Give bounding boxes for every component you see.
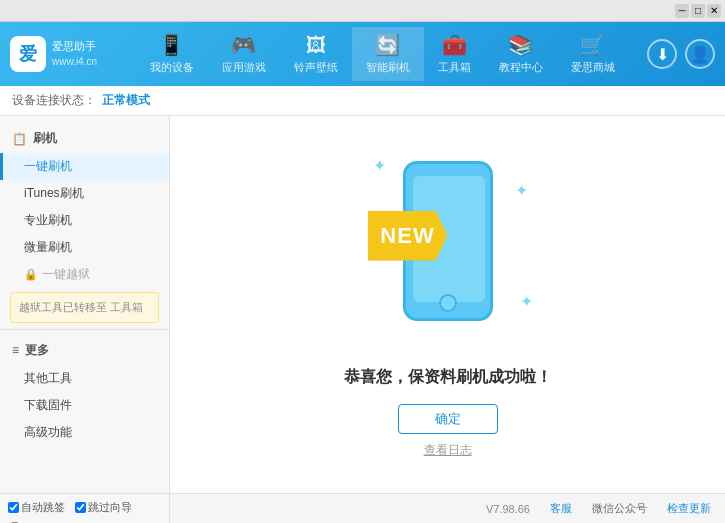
bottom-bar: 自动跳签 跳过向导 V7.98.66 客服 微信公众号 检查更新 <box>0 493 725 523</box>
new-badge: NEW <box>368 211 448 261</box>
nav-toolbox[interactable]: 🧰 工具箱 <box>424 27 485 81</box>
sidebar-item-jailbreak: 🔒 一键越狱 <box>0 261 169 288</box>
sparkle-1: ✦ <box>373 156 386 175</box>
customer-service-link[interactable]: 客服 <box>550 501 572 516</box>
main-layout: 📋 刷机 一键刷机 iTunes刷机 专业刷机 微量刷机 🔒 一键越狱 越狱工具… <box>0 116 725 493</box>
status-bar: 设备连接状态： 正常模式 <box>0 86 725 116</box>
sparkle-2: ✦ <box>515 181 528 200</box>
sidebar: 📋 刷机 一键刷机 iTunes刷机 专业刷机 微量刷机 🔒 一键越狱 越狱工具… <box>0 116 170 493</box>
sparkle-3: ✦ <box>520 292 533 311</box>
sidebar-item-pro-flash[interactable]: 专业刷机 <box>0 207 169 234</box>
nav-smart-flash[interactable]: 🔄 智能刷机 <box>352 27 424 81</box>
content-area: ✦ ✦ ✦ NEW 恭喜您，保资料刷机成功啦！ 确定 查看日志 <box>170 116 725 493</box>
checkbox-skip-wizard[interactable]: 跳过向导 <box>75 500 132 515</box>
minimize-button[interactable]: ─ <box>675 4 689 18</box>
sidebar-item-one-click-flash[interactable]: 一键刷机 <box>0 153 169 180</box>
header: 爱 爱思助手 www.i4.cn 📱 我的设备 🎮 应用游戏 🖼 铃声壁纸 🔄 … <box>0 22 725 86</box>
sidebar-item-itunes-flash[interactable]: iTunes刷机 <box>0 180 169 207</box>
sidebar-group-more: ≡ 更多 <box>0 336 169 365</box>
nav-tutorials[interactable]: 📚 教程中心 <box>485 27 557 81</box>
logo-area: 爱 爱思助手 www.i4.cn <box>10 36 97 72</box>
success-illustration: ✦ ✦ ✦ NEW <box>358 151 538 351</box>
book-icon: 📚 <box>508 33 533 57</box>
logo-icon: 爱 <box>10 36 46 72</box>
checkbox-row: 自动跳签 跳过向导 <box>8 500 161 515</box>
phone-icon: 📱 <box>159 33 184 57</box>
refresh-icon: 🔄 <box>375 33 400 57</box>
wechat-link[interactable]: 微信公众号 <box>592 501 647 516</box>
header-actions: ⬇ 👤 <box>647 39 715 69</box>
title-bar: ─ □ ✕ <box>0 0 725 22</box>
skip-wizard-checkbox[interactable] <box>75 502 86 513</box>
nav-my-device[interactable]: 📱 我的设备 <box>136 27 208 81</box>
game-icon: 🎮 <box>231 33 256 57</box>
user-button[interactable]: 👤 <box>685 39 715 69</box>
flash-group-icon: 📋 <box>12 132 27 146</box>
auto-sign-checkbox[interactable] <box>8 502 19 513</box>
close-button[interactable]: ✕ <box>707 4 721 18</box>
nav-wallpaper[interactable]: 🖼 铃声壁纸 <box>280 28 352 81</box>
bottom-right: V7.98.66 客服 微信公众号 检查更新 <box>170 494 725 523</box>
nav-items: 📱 我的设备 🎮 应用游戏 🖼 铃声壁纸 🔄 智能刷机 🧰 工具箱 📚 教程中心… <box>117 27 647 81</box>
more-group-icon: ≡ <box>12 343 19 357</box>
shop-icon: 🛒 <box>580 33 605 57</box>
confirm-button[interactable]: 确定 <box>398 404 498 434</box>
status-value: 正常模式 <box>102 92 150 109</box>
daily-link[interactable]: 查看日志 <box>424 442 472 459</box>
sidebar-item-advanced[interactable]: 高级功能 <box>0 419 169 446</box>
sidebar-group-flash: 📋 刷机 <box>0 124 169 153</box>
download-icon: ⬇ <box>656 45 669 64</box>
sidebar-item-save-flash[interactable]: 微量刷机 <box>0 234 169 261</box>
version-text: V7.98.66 <box>486 503 530 515</box>
phone-home-button <box>439 294 457 312</box>
sidebar-note: 越狱工具已转移至 工具箱 <box>10 292 159 323</box>
nav-apps[interactable]: 🎮 应用游戏 <box>208 27 280 81</box>
toolbox-icon: 🧰 <box>442 33 467 57</box>
sidebar-item-other-tools[interactable]: 其他工具 <box>0 365 169 392</box>
sidebar-divider <box>0 329 169 330</box>
maximize-button[interactable]: □ <box>691 4 705 18</box>
bottom-left: 自动跳签 跳过向导 <box>0 494 170 523</box>
logo-text: 爱思助手 www.i4.cn <box>52 39 97 68</box>
download-button[interactable]: ⬇ <box>647 39 677 69</box>
checkbox-auto-sign[interactable]: 自动跳签 <box>8 500 65 515</box>
wallpaper-icon: 🖼 <box>306 34 326 57</box>
sidebar-item-download-firmware[interactable]: 下载固件 <box>0 392 169 419</box>
status-label: 设备连接状态： <box>12 92 96 109</box>
check-update-link[interactable]: 检查更新 <box>667 501 711 516</box>
lock-icon: 🔒 <box>24 268 38 281</box>
nav-shop[interactable]: 🛒 爱思商城 <box>557 27 629 81</box>
success-text: 恭喜您，保资料刷机成功啦！ <box>344 367 552 388</box>
user-icon: 👤 <box>690 45 710 64</box>
